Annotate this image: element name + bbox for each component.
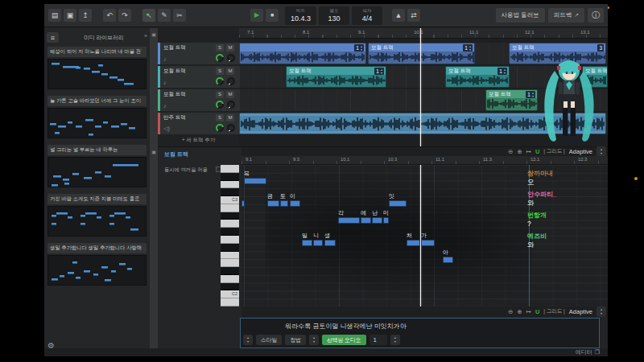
grid-mode-select[interactable]: Adaptive [569, 308, 592, 315]
mute-button[interactable]: M [226, 91, 234, 98]
piano-roll-grid[interactable]: 쌈까마내오안수파티_와번항개?에즈비와 복금토이잇각에난미일니생처가아 [242, 165, 608, 306]
expand-icon[interactable]: ❐ [595, 349, 600, 356]
mute-button[interactable]: M [226, 114, 234, 121]
menu-icon[interactable]: ≡ [47, 32, 59, 43]
piano-key[interactable] [221, 188, 239, 196]
piano-key[interactable] [221, 267, 239, 275]
mute-button[interactable]: M [226, 44, 234, 51]
library-item[interactable]: 늘 가튼 고슬 바라보던 너에 그 눈이 조이 [44, 96, 150, 138]
volume-knob[interactable] [216, 54, 224, 62]
piano-key[interactable] [221, 173, 239, 181]
piano-key[interactable] [221, 165, 239, 173]
library-item[interactable]: 헤성이 되어 저 하느를 나리며 내 마믈 전 [44, 47, 150, 89]
midi-clip[interactable]: 보컬 트랙1▴▾ [445, 66, 510, 88]
selected-audio-button[interactable]: 선택된 오디오 [322, 335, 366, 345]
play-button[interactable]: ▶ [250, 9, 263, 22]
piano-key[interactable] [221, 212, 239, 220]
solo-button[interactable]: S [216, 44, 224, 51]
lyric-line-input[interactable]: 워라수록 금토이멀 니생각에난 미잇치가아 [285, 322, 407, 331]
piano-key[interactable] [221, 228, 239, 236]
grid-mode-stepper[interactable]: ▴▾ [597, 306, 606, 317]
panel-collapse-icon[interactable]: » [144, 33, 147, 39]
stop-button[interactable]: ■ [266, 9, 279, 22]
track-row[interactable]: 보컬 트랙SM♪ [158, 89, 239, 111]
pan-knob[interactable] [227, 54, 235, 62]
pan-knob[interactable] [227, 77, 235, 85]
library-item[interactable]: 널 그리는 널 부르는 내 하루는 [44, 145, 150, 187]
pan-knob[interactable] [227, 124, 235, 132]
collapse-handle-icon[interactable]: ▣ [151, 31, 157, 38]
midi-note[interactable] [421, 240, 435, 246]
technique-button[interactable]: 창법 [285, 335, 306, 345]
collapse-handle-icon[interactable]: ▣ [151, 149, 157, 155]
midi-note[interactable] [338, 217, 360, 224]
piano-key[interactable]: C3 [221, 196, 239, 204]
mute-button[interactable]: M [226, 68, 234, 75]
usage-guide-button[interactable]: 사용법 둘러보 [496, 8, 545, 23]
clip-take-badge[interactable]: 1▴▾ [374, 68, 384, 75]
midi-note[interactable] [372, 217, 382, 224]
piano-key[interactable] [221, 283, 239, 290]
select-tool[interactable]: ↖ [142, 9, 155, 22]
piano-roll-ruler[interactable]: 9.19.310.110.311.111.312.112.3 [242, 156, 608, 165]
beat-position-display[interactable]: 비트10.4.3 [285, 6, 316, 25]
save-file-button[interactable]: ▣ [64, 9, 76, 22]
piano-keyboard[interactable]: C3C2 [221, 165, 239, 306]
playhead[interactable] [420, 28, 421, 146]
info-button[interactable]: ⓘ [588, 8, 604, 23]
piano-key[interactable] [221, 259, 239, 267]
midi-clip[interactable]: 보컬 트랙1▴▾ [286, 66, 386, 88]
midi-note[interactable] [383, 217, 389, 224]
midi-note[interactable] [324, 240, 336, 246]
technique-stepper[interactable]: ▴▾ [309, 335, 319, 345]
track-row[interactable]: 보컬 트랙SM♪ [158, 43, 239, 64]
midi-note[interactable] [361, 217, 371, 224]
midi-note[interactable] [280, 200, 288, 207]
audio-take-stepper[interactable]: ▴▾ [390, 335, 400, 345]
volume-knob[interactable] [216, 101, 224, 109]
track-row[interactable]: 보컬 트랙SM♪ [158, 66, 239, 88]
midi-note[interactable] [389, 200, 407, 207]
zoom-out-button[interactable]: ⊖ [508, 308, 513, 315]
clip-take-badge[interactable]: 3 [597, 44, 604, 51]
midi-clip[interactable]: 보컬 트랙1▴▾ [368, 43, 475, 64]
piano-key[interactable] [221, 298, 239, 306]
time-signature-display[interactable]: 박자4/4 [352, 6, 382, 25]
piano-key[interactable] [221, 252, 239, 259]
cut-tool[interactable]: ✂ [173, 9, 186, 22]
piano-key[interactable] [221, 204, 239, 212]
zoom-out-button[interactable]: ⊖ [508, 148, 513, 155]
library-item[interactable]: 거친 바람 소게도 지즌 지붕 미테도 홀로 [44, 194, 150, 237]
clip-take-badge[interactable]: 1▴▾ [354, 44, 364, 51]
midi-clip[interactable]: 보컬 트랙1▴▾ [485, 89, 538, 111]
open-file-button[interactable]: ▤ [48, 9, 61, 22]
follow-playhead-button[interactable]: ↦ [526, 148, 531, 155]
quantize-button[interactable]: U [535, 308, 539, 315]
track-row[interactable]: 반주 트랙SM◁) [158, 113, 239, 134]
zoom-in-button[interactable]: ⊕ [517, 148, 522, 155]
midi-note[interactable] [242, 200, 245, 207]
panel-divider[interactable]: ▣ ▣ [150, 28, 158, 356]
midi-note[interactable] [290, 200, 300, 207]
undo-button[interactable]: ↶ [103, 9, 116, 22]
export-file-button[interactable]: ↥ [79, 9, 92, 22]
pan-knob[interactable] [227, 101, 235, 109]
midi-note[interactable] [313, 240, 323, 246]
midi-note[interactable] [443, 257, 453, 263]
solo-button[interactable]: S [216, 91, 224, 98]
midi-note[interactable] [244, 178, 266, 184]
draw-tool[interactable]: ✎ [158, 9, 171, 22]
midi-note[interactable] [302, 240, 312, 246]
piano-key[interactable] [221, 181, 239, 188]
follow-playhead-button[interactable]: ↦ [526, 308, 531, 315]
loop-button[interactable]: ⇄ [407, 9, 420, 22]
feedback-button[interactable]: 피드백 ↗ [548, 8, 584, 23]
piano-key[interactable]: C2 [221, 290, 239, 298]
piano-key[interactable] [221, 275, 239, 283]
volume-knob[interactable] [216, 77, 224, 85]
redo-button[interactable]: ↷ [118, 9, 131, 22]
timeline-ruler[interactable]: 7.18.19.110.111.112.113.1 [239, 28, 608, 39]
solo-button[interactable]: S [216, 68, 224, 75]
style-button[interactable]: 스타일 [256, 335, 282, 345]
zoom-in-button[interactable]: ⊕ [517, 308, 522, 315]
